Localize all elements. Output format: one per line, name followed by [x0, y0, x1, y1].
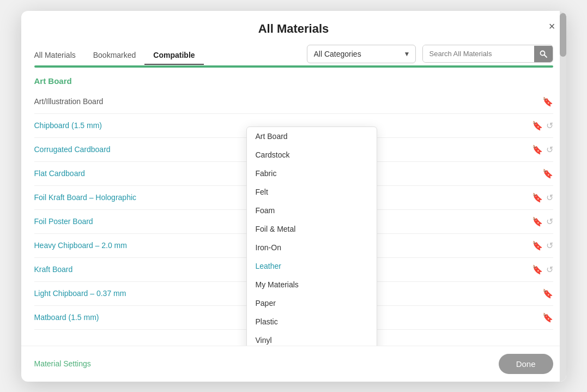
bookmark-icon[interactable]: 🔖	[532, 192, 543, 203]
row-actions: 🔖 ↺	[532, 120, 553, 131]
dropdown-item-felt[interactable]: Felt	[247, 183, 377, 201]
row-actions: 🔖 ↺	[532, 216, 553, 227]
modal-header: All Materials ×	[21, 11, 566, 36]
refresh-icon[interactable]: ↺	[546, 264, 553, 275]
search-button[interactable]	[534, 46, 553, 62]
bookmark-icon[interactable]: 🔖	[542, 97, 553, 107]
dropdown-item-fabric[interactable]: Fabric	[247, 164, 377, 183]
refresh-icon[interactable]: ↺	[546, 120, 553, 131]
material-name[interactable]: Light Chipboard – 0.37 mm	[34, 289, 126, 298]
row-actions: 🔖	[542, 168, 553, 179]
all-materials-modal: All Materials × All Materials Bookmarked…	[21, 11, 566, 382]
dropdown-item-vinyl[interactable]: Vinyl	[247, 331, 377, 346]
category-dropdown-wrapper: All Categories Art Board Cardstock Fabri…	[307, 45, 416, 63]
dropdown-item-paper[interactable]: Paper	[247, 294, 377, 312]
refresh-icon[interactable]: ↺	[546, 240, 553, 251]
tabs-row: All Materials Bookmarked Compatible All …	[21, 36, 566, 65]
bookmark-icon[interactable]: 🔖	[542, 312, 553, 323]
bookmark-icon[interactable]: 🔖	[542, 288, 553, 299]
modal-title: All Materials	[258, 22, 329, 36]
material-name[interactable]: Foil Poster Board	[34, 217, 93, 226]
dropdown-item-iron-on[interactable]: Iron-On	[247, 238, 377, 257]
bookmark-icon[interactable]: 🔖	[532, 144, 543, 155]
dropdown-item-leather[interactable]: Leather	[247, 257, 377, 275]
row-actions: 🔖	[542, 97, 553, 107]
dropdown-item-cardstock[interactable]: Cardstock	[247, 146, 377, 164]
row-actions: 🔖 ↺	[532, 192, 553, 203]
search-wrapper	[422, 45, 553, 63]
bookmark-icon[interactable]: 🔖	[532, 264, 543, 275]
refresh-icon[interactable]: ↺	[546, 144, 553, 155]
tab-bookmarked[interactable]: Bookmarked	[84, 46, 145, 65]
bookmark-icon[interactable]: 🔖	[532, 120, 543, 131]
material-name[interactable]: Chipboard (1.5 mm)	[34, 121, 102, 130]
table-row: Art/Illustration Board 🔖	[34, 90, 553, 114]
search-icon	[540, 50, 547, 58]
tab-compatible[interactable]: Compatible	[144, 46, 203, 65]
dropdown-item-art-board[interactable]: Art Board	[247, 127, 377, 146]
bookmark-icon[interactable]: 🔖	[532, 240, 543, 251]
refresh-icon[interactable]: ↺	[546, 192, 553, 203]
row-actions: 🔖 ↺	[532, 144, 553, 155]
material-name[interactable]: Corrugated Cardboard	[34, 145, 111, 154]
row-actions: 🔖	[542, 312, 553, 323]
row-actions: 🔖	[542, 288, 553, 299]
done-button[interactable]: Done	[499, 354, 553, 374]
bookmark-icon[interactable]: 🔖	[532, 216, 543, 227]
section-header-art-board: Art Board	[34, 68, 553, 90]
svg-line-1	[544, 55, 547, 57]
material-name[interactable]: Flat Cardboard	[34, 169, 85, 178]
row-actions: 🔖 ↺	[532, 264, 553, 275]
material-name[interactable]: Foil Kraft Board – Holographic	[34, 193, 137, 202]
category-dropdown-menu: Art Board Cardstock Fabric Felt Foam Foi…	[246, 126, 377, 346]
tab-all-materials[interactable]: All Materials	[34, 46, 84, 65]
material-name[interactable]: Matboard (1.5 mm)	[34, 313, 99, 322]
refresh-icon[interactable]: ↺	[546, 216, 553, 227]
material-name: Art/Illustration Board	[34, 97, 104, 106]
material-settings-button[interactable]: Material Settings	[34, 359, 91, 368]
dropdown-item-my-materials[interactable]: My Materials	[247, 275, 377, 294]
dropdown-item-plastic[interactable]: Plastic	[247, 312, 377, 331]
dropdown-item-foam[interactable]: Foam	[247, 201, 377, 220]
dropdown-item-foil-metal[interactable]: Foil & Metal	[247, 220, 377, 238]
category-select[interactable]: All Categories Art Board Cardstock Fabri…	[307, 45, 416, 63]
modal-footer: Material Settings Done	[21, 346, 566, 382]
material-name[interactable]: Kraft Board	[34, 265, 73, 274]
close-button[interactable]: ×	[549, 21, 555, 32]
row-actions: 🔖 ↺	[532, 240, 553, 251]
material-name[interactable]: Heavy Chipboard – 2.0 mm	[34, 241, 127, 250]
search-input[interactable]	[423, 45, 534, 62]
bookmark-icon[interactable]: 🔖	[542, 168, 553, 179]
content-area: Art Board Art/Illustration Board 🔖 Chipb…	[21, 68, 566, 346]
